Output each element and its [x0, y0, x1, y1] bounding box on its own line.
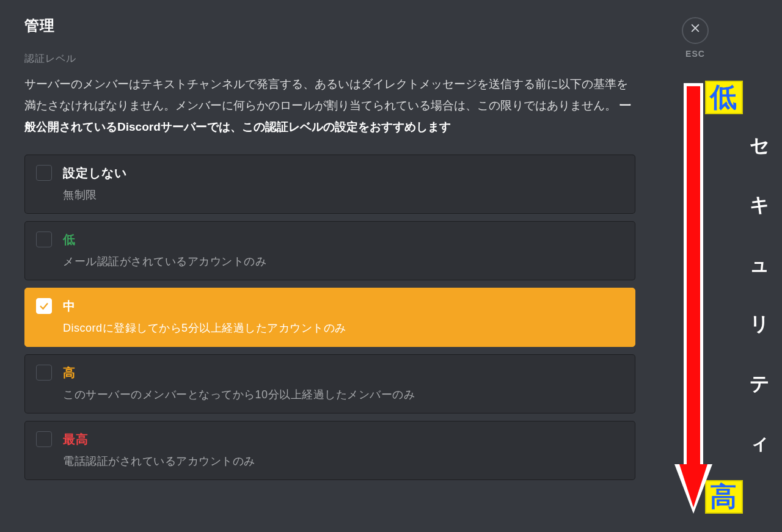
option-title: 低	[63, 230, 266, 249]
section-label: 認証レベル	[24, 51, 635, 66]
check-icon	[38, 301, 49, 312]
page-title: 管理	[24, 15, 635, 37]
option-desc: このサーバーのメンバーとなってから10分以上経過したメンバーのみ	[63, 387, 415, 403]
verification-option-medium[interactable]: 中Discordに登録してから5分以上経過したアカウントのみ	[24, 288, 635, 347]
option-title: 中	[63, 297, 346, 315]
svg-rect-2	[687, 86, 700, 467]
section-description: サーバーのメンバーはテキストチャンネルで発言する、あるいはダイレクトメッセージを…	[24, 73, 635, 137]
verification-option-highest[interactable]: 最高電話認証がされているアカウントのみ	[24, 421, 635, 480]
option-desc: 電話認証がされているアカウントのみ	[63, 453, 255, 470]
verification-options: 設定しない無制限低メール認証がされているアカウントのみ中Discordに登録して…	[24, 155, 635, 480]
checkbox[interactable]	[36, 298, 52, 314]
checkbox[interactable]	[36, 165, 52, 181]
annotation-overlay: 低 セキュリティ 高	[672, 81, 776, 514]
esc-label: ESC	[685, 48, 705, 60]
option-title: 最高	[63, 430, 255, 448]
close-icon	[689, 22, 701, 39]
option-desc: 無制限	[63, 187, 127, 203]
annotation-side-char: テ	[750, 374, 770, 393]
annotation-side-char: セ	[750, 136, 770, 155]
option-desc: メール認証がされているアカウントのみ	[63, 253, 266, 270]
checkbox[interactable]	[36, 431, 52, 447]
option-body: 最高電話認証がされているアカウントのみ	[63, 430, 255, 470]
option-body: 設定しない無制限	[63, 164, 127, 203]
option-body: 中Discordに登録してから5分以上経過したアカウントのみ	[63, 297, 346, 337]
checkbox[interactable]	[36, 231, 52, 247]
verification-option-low[interactable]: 低メール認証がされているアカウントのみ	[24, 221, 635, 280]
checkbox[interactable]	[36, 365, 52, 381]
verification-option-none[interactable]: 設定しない無制限	[24, 155, 635, 214]
option-desc: Discordに登録してから5分以上経過したアカウントのみ	[63, 320, 346, 337]
settings-content: 管理 認証レベル サーバーのメンバーはテキストチャンネルで発言する、あるいはダイ…	[24, 15, 635, 480]
option-title: 設定しない	[63, 164, 127, 182]
annotation-side-text: セキュリティ	[744, 136, 775, 453]
option-body: 低メール認証がされているアカウントのみ	[63, 230, 266, 270]
section-description-text: サーバーのメンバーはテキストチャンネルで発言する、あるいはダイレクトメッセージを…	[24, 78, 628, 112]
annotation-side-char: ィ	[750, 433, 770, 453]
annotation-side-char: キ	[750, 195, 770, 214]
annotation-side-char: リ	[750, 314, 770, 333]
close-button[interactable]	[682, 17, 709, 44]
option-title: 高	[63, 363, 415, 382]
annotation-arrow	[672, 81, 715, 514]
verification-option-high[interactable]: 高このサーバーのメンバーとなってから10分以上経過したメンバーのみ	[24, 354, 635, 414]
option-body: 高このサーバーのメンバーとなってから10分以上経過したメンバーのみ	[63, 363, 415, 403]
close-group: ESC	[682, 17, 709, 60]
annotation-side-char: ュ	[750, 255, 770, 274]
